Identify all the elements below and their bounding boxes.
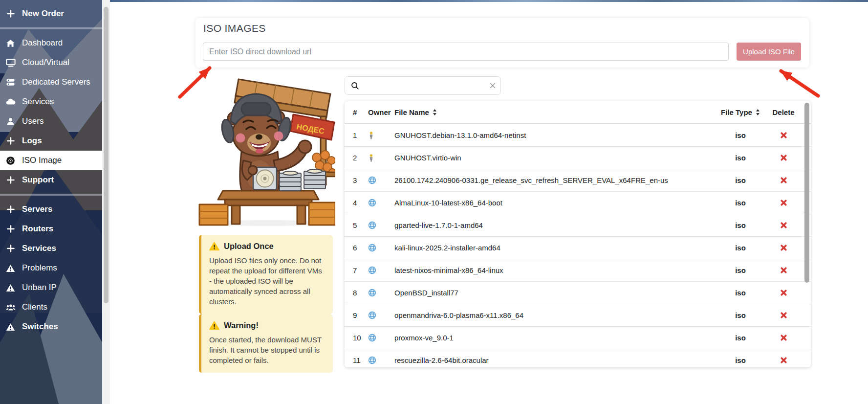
users-icon: [4, 304, 17, 311]
sidebar-item-label: Dashboard: [22, 38, 63, 48]
file-type: iso: [716, 237, 765, 259]
iso-table: # Owner File Name File Type Delete 1GNUH…: [345, 101, 811, 367]
search-input[interactable]: [363, 81, 486, 90]
delete-icon[interactable]: [764, 237, 803, 259]
file-name: openmandriva-6.0-plasma6-x11.x86_64: [394, 304, 708, 326]
delete-icon[interactable]: [764, 349, 803, 367]
sidebar-scrollbar-track[interactable]: [102, 0, 110, 404]
iso-url-input[interactable]: [203, 43, 729, 61]
top-background-strip: [110, 0, 868, 2]
globe-owner-icon: [368, 282, 391, 304]
delete-icon[interactable]: [764, 124, 803, 146]
user-icon: [4, 117, 17, 126]
warning-icon: [4, 264, 17, 272]
sidebar-item-label: Switches: [22, 322, 58, 332]
note-title-text: Upload Once: [224, 242, 274, 251]
table-row: 326100.1742.240906-0331.ge_release_svc_r…: [345, 169, 811, 192]
sidebar-item-new-order[interactable]: New Order: [0, 4, 102, 23]
delete-icon[interactable]: [764, 304, 803, 326]
sidebar-item-problems[interactable]: Problems: [0, 258, 102, 278]
row-number: 6: [353, 237, 368, 259]
delete-icon[interactable]: [764, 282, 803, 304]
sidebar-divider: [0, 27, 102, 29]
table-scrollbar-thumb[interactable]: [804, 103, 809, 283]
sidebar-divider: [0, 194, 102, 196]
sidebar-item-logs[interactable]: Logs: [0, 131, 102, 151]
sidebar-item-dedicated-servers[interactable]: Dedicated Servers: [0, 72, 102, 92]
globe-owner-icon: [368, 169, 391, 191]
table-header-row: # Owner File Name File Type Delete: [345, 101, 811, 124]
sidebar-item-iso-image[interactable]: ISO Image: [0, 151, 102, 170]
sidebar-item-clients[interactable]: Clients: [0, 297, 102, 317]
file-type: iso: [716, 192, 765, 214]
sort-icon[interactable]: [433, 109, 437, 115]
sidebar-item-unban-ip[interactable]: Unban IP: [0, 278, 102, 297]
sidebar-item-services[interactable]: Services: [0, 239, 102, 258]
sidebar-item-routers[interactable]: Routers: [0, 219, 102, 239]
delete-icon[interactable]: [764, 192, 803, 214]
table-row: 7latest-nixos-minimal-x86_64-linuxiso: [345, 259, 811, 282]
globe-owner-icon: [368, 349, 391, 367]
sidebar-item-dashboard[interactable]: Dashboard: [0, 33, 102, 53]
wooden-table: [218, 191, 319, 224]
file-name: GNUHOST.debian-13.1.0-amd64-netinst: [394, 124, 708, 146]
plus-icon: [4, 176, 17, 184]
file-type: iso: [716, 304, 765, 326]
file-type: iso: [716, 124, 765, 146]
file-name: rescuezilla-2.6-64bit.oracular: [394, 349, 708, 367]
sidebar-item-label: Clients: [22, 302, 47, 312]
globe-owner-icon: [368, 192, 391, 214]
plus-icon: [4, 136, 17, 145]
header-file-name[interactable]: File Name: [394, 101, 708, 123]
warning-icon: [209, 321, 219, 330]
sidebar-item-users[interactable]: Users: [0, 112, 102, 131]
file-type: iso: [716, 349, 765, 367]
table-row: 9openmandriva-6.0-plasma6-x11.x86_64iso: [345, 304, 811, 327]
warning-icon: [4, 323, 17, 331]
header-file-type[interactable]: File Type: [716, 101, 765, 123]
server-icon: [4, 78, 17, 86]
row-number: 4: [353, 192, 368, 214]
row-number: 2: [353, 147, 368, 169]
file-name: GNUHOST.virtio-win: [394, 147, 708, 169]
upload-iso-button[interactable]: Upload ISO File: [737, 43, 801, 61]
file-name: 26100.1742.240906-0331.ge_release_svc_re…: [394, 169, 708, 191]
file-type: iso: [716, 327, 765, 349]
plus-icon: [4, 9, 17, 18]
sidebar-item-label: Services: [22, 97, 54, 107]
delete-icon[interactable]: [764, 169, 803, 191]
delete-icon[interactable]: [764, 259, 803, 281]
sidebar-item-services[interactable]: Services: [0, 92, 102, 112]
table-row: 1GNUHOST.debian-13.1.0-amd64-netinstiso: [345, 124, 811, 147]
sidebar-item-support[interactable]: Support: [0, 170, 102, 190]
delete-icon[interactable]: [764, 214, 803, 236]
file-type: iso: [716, 169, 765, 191]
user-owner-icon: [368, 147, 391, 169]
row-number: 7: [353, 259, 368, 281]
bear-mascot-illustration: НОДЕС: [196, 74, 335, 226]
sidebar-item-servers[interactable]: Servers: [0, 200, 102, 219]
sidebar-item-cloud-virtual[interactable]: Cloud/Virtual: [0, 53, 102, 72]
sidebar: New OrderDashboardCloud/VirtualDedicated…: [0, 0, 102, 404]
sort-icon[interactable]: [756, 109, 760, 115]
globe-owner-icon: [368, 259, 391, 281]
clear-search-icon[interactable]: [490, 83, 496, 89]
cd-stacks: [280, 169, 326, 191]
file-name: kali-linux-2025.2-installer-amd64: [394, 237, 708, 259]
plus-icon: [4, 244, 17, 253]
table-row: 6kali-linux-2025.2-installer-amd64iso: [345, 237, 811, 259]
sidebar-item-switches[interactable]: Switches: [0, 317, 102, 337]
table-row: 11rescuezilla-2.6-64bit.oraculariso: [345, 349, 811, 367]
file-name: OpenBSD_install77: [394, 282, 708, 304]
sidebar-item-label: Support: [22, 175, 54, 185]
table-row: 10proxmox-ve_9.0-1iso: [345, 327, 811, 349]
search-icon: [351, 82, 359, 90]
delete-icon[interactable]: [764, 147, 803, 169]
globe-owner-icon: [368, 304, 391, 326]
page-title: ISO IMAGES: [203, 22, 266, 34]
delete-icon[interactable]: [764, 327, 803, 349]
row-number: 10: [353, 327, 368, 349]
header-delete: Delete: [764, 101, 803, 123]
sidebar-item-label: Servers: [22, 204, 52, 214]
sidebar-scrollbar-thumb[interactable]: [104, 7, 108, 303]
